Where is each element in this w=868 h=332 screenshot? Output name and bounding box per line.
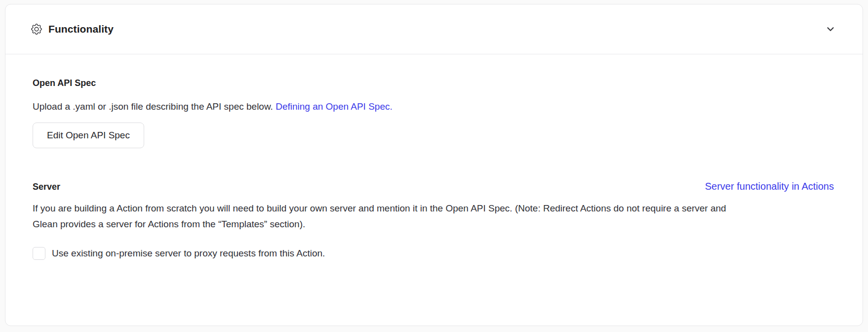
gear-icon	[31, 24, 42, 35]
server-description: If you are building a Action from scratc…	[33, 201, 749, 232]
server-functionality-link[interactable]: Server functionality in Actions	[705, 181, 834, 192]
functionality-section-header[interactable]: Functionality	[5, 4, 863, 54]
open-api-spec-heading: Open API Spec	[33, 77, 834, 89]
section-title: Functionality	[48, 23, 114, 35]
proxy-checkbox[interactable]	[33, 247, 45, 260]
edit-open-api-spec-button[interactable]: Edit Open API Spec	[33, 123, 144, 148]
card-body: Open API Spec Upload a .yaml or .json fi…	[5, 54, 863, 260]
server-section: Server Server functionality in Actions I…	[33, 181, 834, 260]
open-api-spec-section: Open API Spec Upload a .yaml or .json fi…	[33, 77, 834, 148]
open-api-spec-description: Upload a .yaml or .json file describing …	[33, 99, 834, 115]
functionality-card: Functionality Open API Spec Upload a .ya…	[5, 4, 863, 326]
proxy-checkbox-row: Use existing on-premise server to proxy …	[33, 247, 834, 260]
chevron-down-icon[interactable]	[825, 24, 836, 35]
defining-open-api-spec-link[interactable]: Defining an Open API Spec.	[276, 101, 393, 112]
open-api-spec-description-text: Upload a .yaml or .json file describing …	[33, 101, 273, 112]
server-heading-row: Server Server functionality in Actions	[33, 181, 834, 193]
proxy-checkbox-label: Use existing on-premise server to proxy …	[52, 248, 325, 259]
server-heading: Server	[33, 181, 60, 193]
